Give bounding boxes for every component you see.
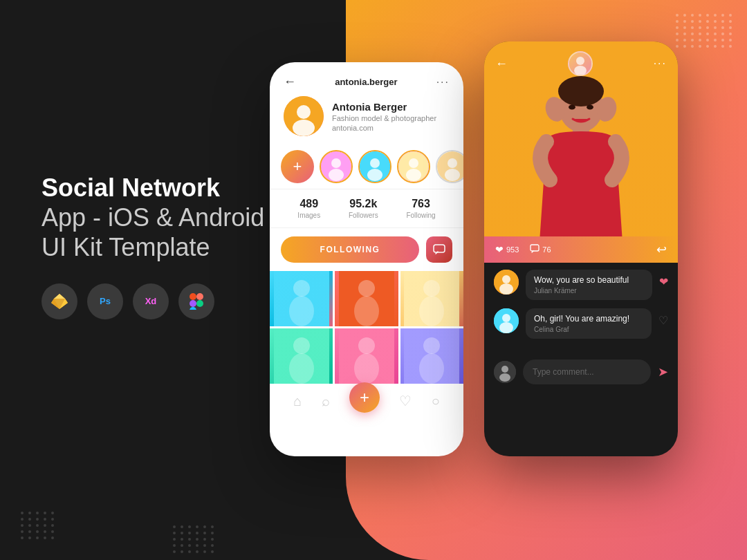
dots-bottom-left: [21, 512, 55, 539]
username: antonia.berger: [335, 77, 397, 87]
story-circle-2[interactable]: [358, 150, 391, 183]
comment-author-2: Celina Graf: [534, 326, 643, 333]
phones-container: ← antonia.berger ··· Antonia Berger Fash…: [270, 41, 678, 456]
comment-bubble-2: Oh, girl! You are amazing! Celina Graf: [526, 308, 652, 339]
comment-item-1: Wow, you are so beautiful Julian Krämer …: [494, 270, 668, 300]
svg-point-53: [499, 283, 513, 295]
phone2-user-avatar[interactable]: [568, 51, 593, 76]
svg-point-58: [501, 366, 508, 373]
dots-top-right: // Generate dots inline - will do via te…: [676, 14, 733, 48]
heart-icon: ❤: [495, 244, 504, 255]
svg-point-59: [499, 373, 510, 382]
following-button[interactable]: FOLLOWING: [281, 236, 419, 263]
comment-placeholder: Type comment...: [533, 367, 594, 377]
reply-button[interactable]: ↩: [656, 242, 667, 257]
svg-point-15: [409, 158, 418, 168]
more-options-button[interactable]: ···: [436, 76, 450, 88]
left-panel: Social Network App - iOS & Android UI Ki…: [42, 173, 264, 319]
following-label: Following: [406, 212, 435, 219]
story-circle-3[interactable]: [397, 150, 430, 183]
dots-bottom-center: [173, 525, 215, 553]
svg-rect-20: [434, 245, 445, 252]
photo-cell-5[interactable]: [335, 328, 398, 384]
svg-point-55: [502, 314, 510, 322]
svg-rect-2: [190, 300, 196, 307]
figma-tool-icon[interactable]: [178, 283, 214, 319]
back-button[interactable]: ←: [284, 75, 296, 89]
xd-tool-icon[interactable]: Xd: [133, 283, 169, 319]
followers-label: Followers: [349, 212, 378, 219]
photo-grid: [270, 271, 463, 384]
svg-point-18: [448, 158, 457, 168]
comments-number: 76: [542, 245, 551, 254]
svg-point-28: [423, 280, 440, 297]
profile-name: Antonia Berger: [332, 101, 436, 113]
svg-point-29: [419, 296, 444, 326]
svg-point-34: [358, 337, 375, 354]
profile-info: Antonia Berger Fashion model & photograp…: [332, 101, 436, 132]
story-circle-1[interactable]: [320, 150, 353, 183]
stat-images: 489 Images: [297, 198, 320, 219]
svg-point-46: [587, 105, 593, 110]
svg-rect-50: [531, 245, 539, 251]
photo-cell-6[interactable]: [400, 328, 463, 384]
phone2-more-options[interactable]: ···: [654, 57, 667, 70]
phone2-top-bar: ← ···: [484, 41, 678, 86]
profile-section: Antonia Berger Fashion model & photograp…: [270, 96, 463, 144]
stat-followers: 95.2k Followers: [349, 198, 378, 219]
svg-point-26: [354, 296, 379, 326]
sketch-tool-icon[interactable]: [42, 283, 77, 319]
comment-input[interactable]: Type comment...: [523, 360, 651, 384]
svg-point-37: [423, 337, 440, 354]
comment-text-2: Oh, girl! You are amazing!: [534, 314, 643, 324]
comment-item-2: Oh, girl! You are amazing! Celina Graf ♡: [494, 308, 668, 339]
svg-point-4: [196, 300, 203, 307]
phone-story: ← ··· ❤ 953: [484, 41, 678, 456]
svg-point-23: [289, 296, 314, 326]
images-count: 489: [297, 198, 320, 210]
svg-point-12: [370, 158, 380, 168]
profile-avatar: [284, 96, 324, 136]
send-comment-button[interactable]: ➤: [658, 364, 668, 380]
svg-point-25: [358, 280, 375, 297]
comment-like-button-1[interactable]: ❤: [659, 275, 668, 288]
phone-profile: ← antonia.berger ··· Antonia Berger Fash…: [270, 62, 463, 456]
title-social-network: Social Network: [42, 173, 264, 203]
photoshop-tool-icon[interactable]: Ps: [87, 283, 123, 319]
svg-point-56: [499, 322, 513, 333]
phone1-header: ← antonia.berger ···: [270, 62, 463, 96]
profile-website: antonia.com: [332, 124, 436, 132]
comments-section: Wow, you are so beautiful Julian Krämer …: [484, 263, 678, 354]
nav-add-button[interactable]: +: [349, 382, 380, 413]
story-circle-4[interactable]: [436, 150, 463, 183]
svg-point-16: [406, 169, 421, 181]
title-platform: iOS & Android: [108, 203, 264, 232]
svg-point-32: [289, 353, 314, 384]
comments-count: 76: [530, 244, 551, 256]
svg-point-48: [576, 57, 584, 65]
svg-point-9: [331, 158, 341, 168]
current-user-avatar: [494, 361, 516, 383]
following-count: 763: [406, 198, 435, 210]
nav-search-icon[interactable]: ⌕: [322, 393, 330, 409]
nav-home-icon[interactable]: ⌂: [293, 393, 302, 409]
message-button[interactable]: [426, 236, 452, 263]
photo-cell-3[interactable]: [400, 271, 463, 326]
svg-point-31: [293, 337, 310, 354]
photo-cell-1[interactable]: [270, 271, 333, 326]
comment-avatar-1: [494, 270, 519, 295]
nav-heart-icon[interactable]: ♡: [399, 393, 412, 409]
photo-cell-4[interactable]: [270, 328, 333, 384]
svg-point-6: [297, 105, 311, 119]
comment-like-button-2[interactable]: ♡: [658, 314, 668, 327]
svg-point-22: [293, 280, 310, 297]
title-app: App - iOS & Android: [42, 203, 264, 232]
comment-avatar-2: [494, 308, 519, 333]
profile-bio: Fashion model & photographer: [332, 114, 436, 122]
phone2-back-button[interactable]: ←: [495, 57, 508, 71]
photo-cell-2[interactable]: [335, 271, 398, 326]
nav-profile-icon[interactable]: ○: [432, 393, 440, 409]
svg-point-19: [445, 169, 460, 181]
add-story-button[interactable]: +: [281, 150, 314, 183]
comment-text-1: Wow, you are so beautiful: [534, 275, 644, 285]
